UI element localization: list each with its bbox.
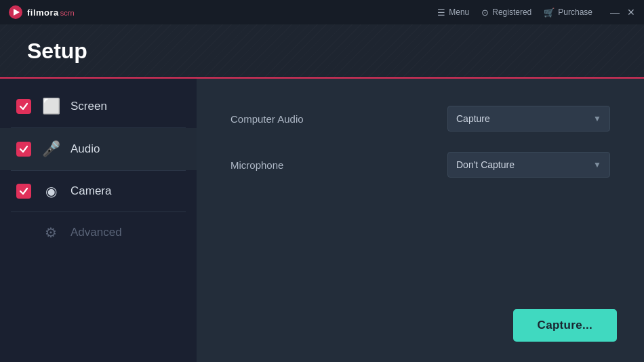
screen-checkbox[interactable]	[16, 99, 31, 114]
check-icon-audio	[19, 144, 28, 154]
computer-audio-row: Computer Audio Capture ▼	[230, 106, 610, 132]
microphone-value: Don't Capture	[456, 159, 515, 170]
menu-label: Menu	[449, 7, 469, 17]
screen-label: Screen	[71, 100, 107, 113]
screen-icon: ⬜	[42, 98, 60, 115]
audio-checkbox[interactable]	[16, 142, 31, 157]
microphone-dropdown[interactable]: Don't Capture ▼	[447, 152, 610, 178]
header: Setup	[0, 24, 644, 79]
main-layout: ⬜ Screen 🎤 Audio ◉ Camera	[0, 79, 644, 362]
registered-label: Registered	[492, 7, 531, 17]
sidebar-item-screen[interactable]: ⬜ Screen	[0, 85, 197, 127]
sidebar-item-camera[interactable]: ◉ Camera	[0, 171, 197, 212]
advanced-label: Advanced	[71, 226, 122, 239]
computer-audio-label: Computer Audio	[230, 113, 366, 125]
camera-checkbox[interactable]	[16, 184, 31, 199]
check-icon-camera	[19, 186, 28, 196]
capture-button-container: Capture...	[513, 309, 617, 342]
logo-area: filmorascrn	[8, 5, 75, 20]
audio-label: Audio	[71, 142, 100, 156]
sidebar-item-advanced[interactable]: ⚙ Advanced	[0, 212, 197, 253]
microphone-row: Microphone Don't Capture ▼	[230, 152, 610, 178]
sidebar-item-audio[interactable]: 🎤 Audio	[0, 128, 197, 170]
advanced-icon: ⚙	[42, 224, 60, 241]
computer-audio-dropdown-arrow: ▼	[593, 114, 601, 123]
microphone-label: Microphone	[230, 159, 366, 171]
microphone-dropdown-arrow: ▼	[593, 160, 601, 169]
logo-label: filmorascrn	[27, 6, 75, 18]
purchase-label: Purchase	[558, 7, 592, 17]
cart-icon: 🛒	[544, 7, 555, 18]
menu-icon: ☰	[437, 7, 445, 18]
titlebar: filmorascrn ☰ Menu ⊙ Registered 🛒 Purcha…	[0, 0, 644, 24]
camera-icon: ◉	[42, 183, 60, 199]
user-icon: ⊙	[481, 7, 489, 18]
titlebar-right: ☰ Menu ⊙ Registered 🛒 Purchase — ✕	[437, 7, 636, 18]
registered-button[interactable]: ⊙ Registered	[481, 7, 531, 18]
page-title: Setup	[27, 39, 87, 64]
check-icon	[19, 102, 28, 111]
window-controls: — ✕	[610, 7, 636, 17]
computer-audio-dropdown[interactable]: Capture ▼	[447, 106, 610, 132]
filmora-logo-icon	[8, 5, 23, 20]
minimize-button[interactable]: —	[610, 7, 620, 17]
close-button[interactable]: ✕	[626, 7, 636, 17]
camera-label: Camera	[71, 184, 111, 198]
computer-audio-value: Capture	[456, 113, 490, 124]
content-area: Computer Audio Capture ▼ Microphone Don'…	[197, 79, 644, 362]
menu-button[interactable]: ☰ Menu	[437, 7, 469, 18]
sidebar: ⬜ Screen 🎤 Audio ◉ Camera	[0, 79, 197, 362]
capture-button[interactable]: Capture...	[513, 309, 617, 342]
purchase-button[interactable]: 🛒 Purchase	[544, 7, 592, 18]
audio-icon: 🎤	[42, 140, 60, 158]
